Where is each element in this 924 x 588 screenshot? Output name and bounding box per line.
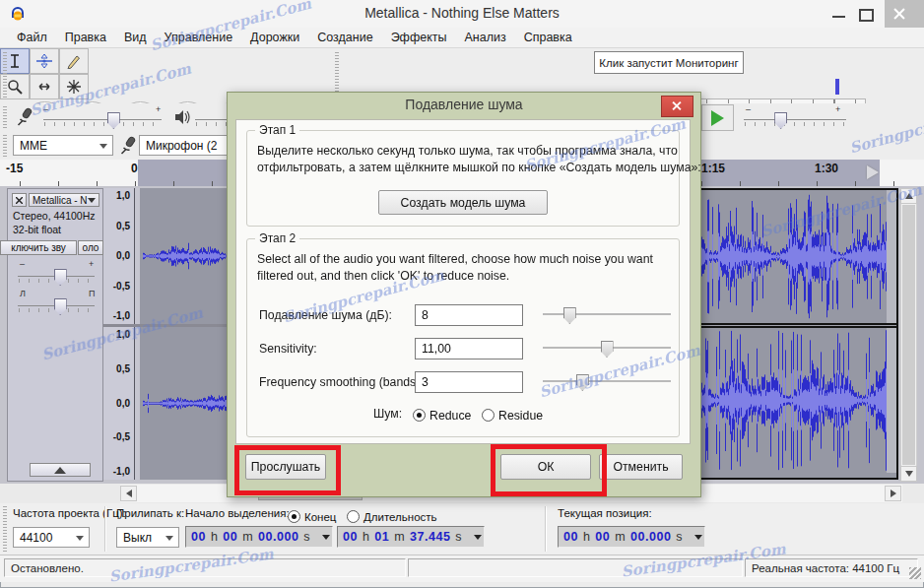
toolbar-separator [104,506,106,552]
current-position-field[interactable]: 00 h 00 m 00.000 s [558,526,705,548]
scroll-right-button[interactable] [885,486,901,501]
project-rate-label: Частота проекта (Гц): [13,507,126,519]
menu-item[interactable]: Эффекты [382,29,456,46]
get-noise-profile-button[interactable]: Создать модель шума [378,190,548,215]
noise-reduction-label: Подавление шума (дБ): [259,308,392,322]
waveform-left-channel[interactable] [700,190,896,323]
track-name-menu[interactable]: Metallica - N [29,193,99,207]
vertical-ruler-left-channel[interactable]: 1,00,50,0-0,5-1,0 [103,188,135,324]
recording-volume-slider[interactable] [43,111,162,129]
waveform-right-channel-start[interactable] [135,327,227,480]
noise-reduction-input[interactable] [415,304,523,326]
dialog-close-icon[interactable] [661,96,693,117]
sensitivity-slider[interactable] [543,340,671,358]
scroll-up-button[interactable] [900,188,917,204]
menu-item[interactable]: Создание [308,29,381,46]
radio-reduce[interactable]: Reduce [413,406,471,424]
waveform-left-channel-start[interactable] [135,188,227,324]
toolbar-grip[interactable] [3,106,7,129]
vertical-scrollbar[interactable] [900,188,917,482]
sensitivity-input[interactable] [415,338,523,359]
timeline-label: 1:30 [815,162,838,175]
scroll-left-icon [126,490,132,497]
mute-button[interactable]: ключить зву [0,240,77,255]
maximize-icon[interactable] [859,9,874,22]
dialog-panel: Этап 1 Выделите несколько секунд только … [235,119,691,444]
playback-speed-slider[interactable] [744,111,846,129]
scroll-left-button[interactable] [120,486,137,501]
field-dropdown-icon[interactable] [322,535,330,540]
menu-item[interactable]: Файл [8,29,56,46]
radio-residue[interactable]: Residue [482,406,543,424]
snap-to-value: Выкл [123,531,152,545]
field-dropdown-icon[interactable] [694,535,702,540]
frequency-smoothing-slider[interactable] [543,373,671,391]
vertical-scrollbar-thumb[interactable] [902,205,915,465]
track-name: Metallica - N [33,195,88,206]
playhead-arrow-icon[interactable] [867,165,879,179]
cancel-button[interactable]: Отменить [599,454,683,480]
step1-text-line2: отфильтровать, а затем щёлкните мышкой п… [257,160,701,176]
toolbar-grip[interactable] [3,506,7,552]
track-collapse-button[interactable] [30,463,91,477]
toolbar-grip[interactable] [3,135,7,157]
menu-item[interactable]: Дорожки [241,29,308,46]
status-middle [408,558,743,577]
tool-draw[interactable] [59,48,89,74]
recording-device-value: Микрофон (2 [146,139,217,153]
radio-end[interactable]: Конец [288,507,336,525]
scroll-up-icon [905,193,913,199]
frequency-smoothing-input[interactable] [415,371,523,393]
radio-reduce-icon[interactable] [413,409,426,422]
noise-reduction-slider[interactable] [543,306,671,324]
snap-to-select[interactable]: Выкл [116,527,179,548]
ruler-scale-label: 1,0 [103,330,134,340]
minimize-icon[interactable] [832,16,845,18]
scroll-down-icon [905,471,913,477]
track-close-button[interactable] [12,193,27,207]
sensitivity-label: Sensitivity: [259,342,317,356]
selection-end-value: 00 h 01 m 37.445 s [343,530,463,544]
ok-highlight-box [491,444,607,496]
status-message: Остановлено. [4,558,406,577]
audio-clip-right [698,188,898,480]
tool-multi[interactable] [59,74,89,99]
project-rate-select[interactable]: 44100 [13,527,90,548]
recording-level-indicator [835,79,839,95]
close-icon[interactable] [885,0,924,28]
menu-item[interactable]: Анализ [455,29,514,46]
radio-length[interactable]: Длительность [347,507,437,525]
track-gain-slider[interactable] [18,268,95,286]
status-bar: Остановлено. Реальная частота: 44100 Гц [0,555,924,582]
radio-reduce-label: Reduce [429,409,471,423]
radio-residue-icon[interactable] [482,409,495,422]
vertical-ruler-right-channel[interactable]: 1,00,50,0-0,5-1,0 [103,327,135,480]
solo-button[interactable]: оло [78,240,103,255]
selection-tool-icon [8,53,22,69]
selection-end-field[interactable]: 00 h 01 m 37.445 s [337,526,485,548]
menu-item[interactable]: Управление [156,29,242,46]
track-pan-slider[interactable] [18,297,95,315]
play-at-speed-button[interactable] [701,104,734,131]
collapse-arrow-icon [54,467,66,474]
waveform-right-channel[interactable] [700,328,896,473]
scroll-down-button[interactable] [900,466,917,482]
menu-item[interactable]: Правка [56,29,115,46]
current-position-label: Текущая позиция: [558,507,652,519]
step1-text-line1: Выделите несколько секунд только шума, т… [257,143,678,160]
field-dropdown-icon[interactable] [474,535,482,540]
selection-toolbar: Частота проекта (Гц): 44100 Прилипать к:… [0,503,924,555]
radio-length-icon[interactable] [347,510,360,523]
radio-length-label: Длительность [363,511,437,523]
selection-start-field[interactable]: 00 h 00 m 00.000 s [185,526,333,548]
window-resize-grip[interactable] [909,567,921,579]
toolbar-grip[interactable] [3,52,7,99]
menu-item[interactable]: Справка [515,29,581,46]
track-format-info: Стерео, 44100Hz [13,210,96,222]
audio-host-select[interactable]: MME [13,135,113,156]
tool-timeshift[interactable] [30,74,59,99]
radio-end-icon[interactable] [288,510,300,523]
tool-envelope[interactable] [30,48,59,74]
menu-item[interactable]: Вид [115,29,156,46]
step1-legend: Этап 1 [255,123,299,137]
